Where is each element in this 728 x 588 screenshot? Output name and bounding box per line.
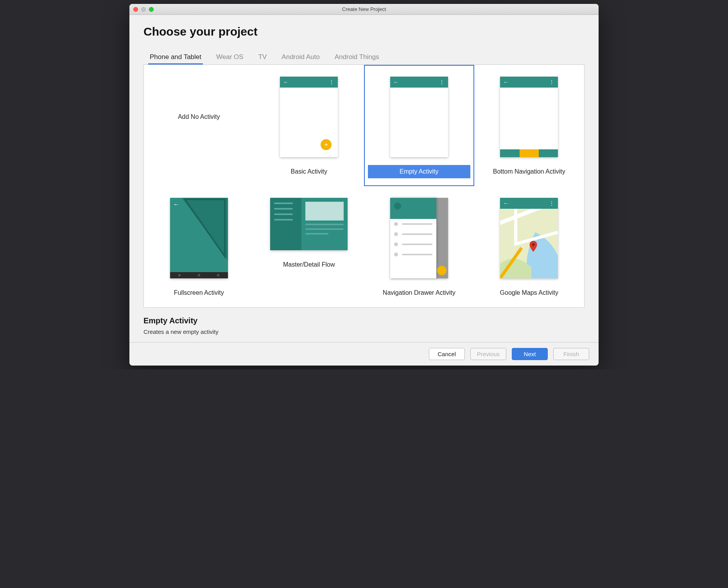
overflow-icon: ⋮ (549, 79, 555, 85)
content-area: Choose your project Phone and Tablet Wea… (129, 15, 599, 308)
overflow-icon: ⋮ (549, 200, 555, 206)
titlebar: Create New Project (129, 4, 599, 15)
template-preview: ← ⋮ (390, 77, 448, 157)
tab-tv[interactable]: TV (257, 51, 269, 65)
fab-icon (437, 266, 446, 275)
template-label: Master/Detail Flow (258, 258, 360, 271)
template-preview (270, 198, 348, 250)
template-fullscreen-activity[interactable]: ← ⛶ Fullscreen Activity (144, 186, 254, 307)
minimize-icon[interactable] (141, 7, 146, 12)
detail-description: Creates a new empty activity (143, 328, 585, 335)
map-icon (500, 209, 558, 278)
template-label: Fullscreen Activity (148, 286, 250, 299)
template-add-no-activity[interactable]: Add No Activity Add No Activity (144, 65, 254, 186)
fab-icon: + (321, 139, 332, 150)
detail-title: Empty Activity (143, 316, 585, 325)
template-preview: ← ⋮ (500, 77, 558, 157)
window-controls (133, 7, 154, 12)
dialog-window: Create New Project Choose your project P… (129, 4, 599, 366)
template-preview: ← ⋮ (500, 198, 558, 278)
template-google-maps[interactable]: ← ⋮ (474, 186, 585, 307)
phone-outline-icon (170, 198, 228, 278)
template-label: Navigation Drawer Activity (368, 286, 470, 299)
template-empty-activity[interactable]: ← ⋮ Empty Activity (364, 65, 474, 186)
appbar-icon: ← ⋮ (280, 77, 338, 88)
appbar-icon: ← ⋮ (500, 198, 558, 209)
template-label: Google Maps Activity (478, 286, 581, 299)
overflow-icon: ⋮ (439, 79, 445, 85)
finish-button[interactable]: Finish (553, 348, 589, 360)
template-grid: Add No Activity Add No Activity ← ⋮ + Ba… (143, 65, 585, 308)
template-basic-activity[interactable]: ← ⋮ + Basic Activity (254, 65, 364, 186)
back-arrow-icon: ← (393, 79, 399, 85)
template-label: Add No Activity (178, 113, 220, 120)
template-navigation-drawer[interactable]: Navigation Drawer Activity (364, 186, 474, 307)
system-navbar-icon (170, 272, 228, 278)
appbar-icon: ← ⋮ (390, 77, 448, 88)
previous-button[interactable]: Previous (470, 348, 506, 360)
appbar-icon: ← ⋮ (500, 77, 558, 88)
template-preview: ← ⋮ + (280, 77, 338, 157)
template-label: Empty Activity (368, 165, 470, 178)
tab-phone-tablet[interactable]: Phone and Tablet (148, 51, 203, 65)
back-arrow-icon: ← (283, 79, 289, 85)
template-preview (390, 198, 448, 278)
template-preview: Add No Activity (170, 77, 228, 157)
overflow-icon: ⋮ (329, 79, 335, 85)
window-title: Create New Project (129, 6, 599, 12)
template-label: Basic Activity (258, 165, 360, 178)
back-arrow-icon: ← (503, 79, 509, 85)
maximize-icon[interactable] (149, 7, 154, 12)
page-title: Choose your project (143, 25, 585, 38)
template-bottom-navigation[interactable]: ← ⋮ Bottom Navigation Activity (474, 65, 585, 186)
template-detail: Empty Activity Creates a new empty activ… (129, 308, 599, 342)
svg-point-3 (532, 243, 535, 246)
dialog-footer: Cancel Previous Next Finish (129, 342, 599, 366)
template-label: Bottom Navigation Activity (478, 165, 581, 178)
next-button[interactable]: Next (512, 348, 548, 360)
avatar-icon (394, 203, 401, 210)
tab-wear-os[interactable]: Wear OS (215, 51, 245, 65)
tab-android-auto[interactable]: Android Auto (280, 51, 321, 65)
cancel-button[interactable]: Cancel (429, 348, 465, 360)
back-arrow-icon: ← (503, 200, 509, 206)
device-tabs: Phone and Tablet Wear OS TV Android Auto… (143, 51, 585, 65)
template-preview: ← ⛶ (170, 198, 228, 278)
bottom-nav-icon (500, 149, 558, 157)
close-icon[interactable] (133, 7, 138, 12)
tab-android-things[interactable]: Android Things (333, 51, 381, 65)
template-master-detail[interactable]: Master/Detail Flow (254, 186, 364, 307)
